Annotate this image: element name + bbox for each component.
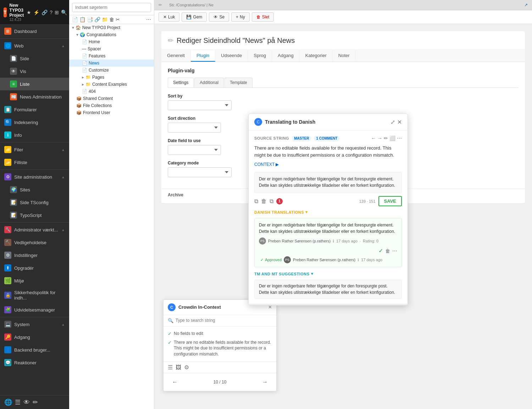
- copy-icon[interactable]: 📑: [87, 17, 93, 22]
- folder-icon[interactable]: 📁: [102, 17, 108, 22]
- sidebar-item-web[interactable]: 🌐 Web ▲: [0, 39, 69, 52]
- pen-icon[interactable]: ✏: [33, 398, 38, 406]
- delete-translation-icon[interactable]: 🗑: [385, 248, 390, 254]
- sidebar-item-formularer[interactable]: 📋 Formularer: [0, 103, 69, 116]
- sidebar-item-liste[interactable]: ≡ Liste: [0, 78, 69, 90]
- tree-node-customize[interactable]: 📄 Customize: [69, 67, 154, 74]
- sidebar-item-filliste[interactable]: 📂 Filliste: [0, 156, 69, 169]
- view-button[interactable]: 👁 Se: [209, 12, 229, 22]
- bolt-icon[interactable]: ⚡: [33, 10, 39, 15]
- nav-next-icon[interactable]: →: [377, 135, 382, 141]
- sort-direction-select[interactable]: [168, 123, 221, 133]
- sidebar-item-indeksering[interactable]: 🔍 Indeksering: [0, 116, 69, 129]
- sidebar-item-adgang[interactable]: 🔑 Adgang: [0, 331, 69, 343]
- new-page2-icon[interactable]: 📋: [79, 17, 85, 22]
- tree-node-news[interactable]: 📄 News: [69, 60, 154, 67]
- next-page-button[interactable]: →: [258, 376, 272, 388]
- tab-udseende[interactable]: Udseende: [215, 50, 248, 62]
- crowdin-bottom-icon[interactable]: 🌐: [4, 398, 12, 406]
- tree-node-pages[interactable]: ▸ 📁 Pages: [69, 74, 154, 81]
- copy-tm-icon[interactable]: ⧉: [270, 198, 273, 204]
- context-button[interactable]: CONTEXT ▶: [254, 162, 402, 167]
- plugin-tab-additional[interactable]: Additional: [194, 78, 224, 88]
- grid-icon[interactable]: ⊞: [55, 10, 59, 15]
- tree-node-spacer[interactable]: — Spacer: [69, 45, 154, 52]
- tree-node-features[interactable]: 📄 Features: [69, 52, 154, 60]
- tree-node-congratulations[interactable]: ▾ 🌍 Congratulations: [69, 31, 154, 38]
- danish-translations-section-title[interactable]: DANISH TRANSLATIONS ▾: [254, 210, 402, 214]
- comment-count-badge[interactable]: 1: [276, 198, 283, 204]
- translation-input-box[interactable]: Der er ingen redigérbare felter tilgænge…: [254, 172, 402, 193]
- sidebar-item-reaktioner[interactable]: 💬 Reaktioner: [0, 356, 69, 369]
- sidebar-item-dashboard[interactable]: ⊞ Dashboard: [0, 25, 69, 38]
- cut-icon[interactable]: ✂: [116, 17, 120, 22]
- tree-node-shared-content[interactable]: 📦 Shared Content: [69, 95, 154, 102]
- search-top-icon[interactable]: 🔍: [61, 10, 67, 15]
- tree-node-file-collections[interactable]: 📦 File Collections: [69, 102, 154, 109]
- more-icon[interactable]: ⋯: [146, 17, 151, 22]
- nav-prev-icon[interactable]: ←: [371, 135, 376, 141]
- sidebar-item-sites[interactable]: 🌍 Sites: [0, 183, 69, 196]
- save-button[interactable]: 💾 Gem: [182, 12, 207, 22]
- list-icon[interactable]: ☰: [168, 364, 173, 371]
- approve-check-icon[interactable]: ✓: [378, 247, 383, 254]
- image-icon[interactable]: 🖼: [176, 364, 181, 371]
- more-options-icon[interactable]: ⋯: [397, 135, 402, 141]
- external-link-icon[interactable]: ↗: [524, 2, 528, 7]
- sidebar-item-vedligeholdelse[interactable]: 🔨 Vedligeholdelse: [0, 236, 69, 249]
- tab-plugin[interactable]: Plugin: [191, 50, 215, 62]
- tree-node-home[interactable]: 📄 Home: [69, 38, 154, 45]
- file-tree-search-input[interactable]: [72, 3, 151, 12]
- help-icon[interactable]: ?: [50, 10, 52, 15]
- tree-node-404[interactable]: 📄 404: [69, 88, 154, 95]
- tab-sprog[interactable]: Sprog: [248, 50, 272, 62]
- sidebar-item-opgradering[interactable]: ⬆ Opgradér: [0, 262, 69, 274]
- sidebar-item-side[interactable]: 📄 Side: [0, 52, 69, 65]
- eye-bottom-icon[interactable]: 👁: [23, 399, 30, 406]
- plugin-tab-template[interactable]: Template: [225, 78, 253, 88]
- tab-noter[interactable]: Noter: [333, 50, 356, 62]
- tm-mt-section-title[interactable]: TM AND MT SUGGESTIONS ▾: [254, 271, 402, 276]
- dialog-resize-handle[interactable]: [249, 304, 408, 305]
- new-button[interactable]: + Ny: [231, 12, 250, 22]
- split-view-icon[interactable]: ⬜: [389, 135, 395, 141]
- link-icon[interactable]: 🔗: [41, 10, 48, 15]
- menu-icon[interactable]: ☰: [15, 398, 21, 406]
- link-page-icon[interactable]: 🔗: [94, 17, 100, 22]
- sidebar-item-typoscript[interactable]: 📝 TypoScript: [0, 209, 69, 222]
- tab-generelt[interactable]: Generelt: [161, 50, 191, 62]
- sidebar-item-miljo[interactable]: 🌿 Miljø: [0, 274, 69, 287]
- crowdin-search-input[interactable]: [176, 318, 272, 323]
- trash-icon[interactable]: 🗑: [109, 17, 114, 22]
- sidebar-item-filer[interactable]: 📁 Filer ▲: [0, 143, 69, 156]
- plugin-tab-settings[interactable]: Settings: [168, 78, 194, 88]
- tree-node-frontend-user[interactable]: 📦 Frontend User: [69, 109, 154, 116]
- badge-comment[interactable]: 1 COMMENT: [314, 136, 339, 141]
- prev-page-button[interactable]: ←: [168, 376, 182, 388]
- sidebar-item-indstillinger[interactable]: ⚙ Indstillinger: [0, 249, 69, 262]
- tab-kategorier[interactable]: Kategorier: [300, 50, 333, 62]
- star-icon[interactable]: ★: [27, 10, 31, 15]
- clear-icon[interactable]: 🗑: [261, 198, 267, 204]
- category-mode-select[interactable]: [168, 167, 232, 177]
- more-translation-icon[interactable]: ⋯: [392, 248, 397, 254]
- tree-node-project[interactable]: ▾ 🏠 New TYPO3 Project: [69, 24, 154, 31]
- sliders-icon[interactable]: ⚙: [184, 364, 189, 371]
- sidebar-item-backend-bruger[interactable]: 👤 Backend bruger...: [0, 343, 69, 356]
- sidebar-item-side-tsconfig[interactable]: 📝 Side TSconfig: [0, 196, 69, 209]
- sidebar-item-site-admin[interactable]: ⚙ Site administration ▲: [0, 170, 69, 183]
- copy-source-icon[interactable]: ⧉: [254, 198, 258, 204]
- edit-string-icon[interactable]: ✏: [384, 135, 388, 141]
- tab-adgang[interactable]: Adgang: [272, 50, 300, 62]
- delete-button[interactable]: 🗑 Slet: [252, 12, 274, 22]
- date-field-select[interactable]: [168, 145, 221, 155]
- tree-node-content-examples[interactable]: ▸ 📁 Content Examples: [69, 81, 154, 88]
- sidebar-item-admin-vaerkt[interactable]: 🔧 Administrator værkt... ▲: [0, 223, 69, 236]
- sidebar-item-system[interactable]: 💻 System ▲: [0, 318, 69, 331]
- dialog-close-icon[interactable]: ✕: [397, 119, 402, 125]
- sidebar-item-vis[interactable]: 👁 Vis: [0, 65, 69, 78]
- expand-icon[interactable]: ⤢: [390, 119, 395, 125]
- sort-by-select[interactable]: [168, 100, 232, 110]
- sidebar-item-sikkerhed[interactable]: 🔒 Sikkerhedspolitik for indh...: [0, 287, 69, 303]
- sidebar-item-udvidelse[interactable]: 🧩 Udvidelsesmanager: [0, 303, 69, 316]
